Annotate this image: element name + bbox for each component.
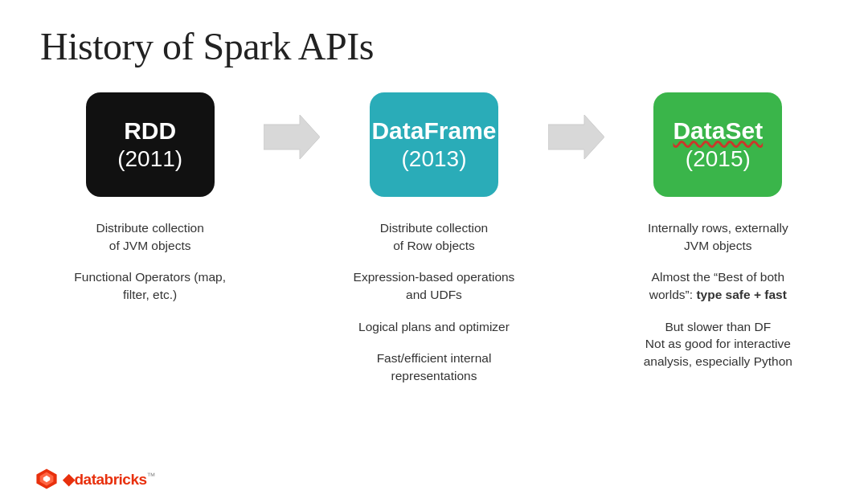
dataset-bullet-3: But slower than DFNot as good for intera… — [644, 318, 792, 370]
dataframe-label: DataFrame — [371, 117, 496, 145]
dataframe-bullet-1: Distribute collectionof Row objects — [354, 219, 515, 254]
dataframe-bullet-4: Fast/efficient internalrepresentations — [354, 350, 515, 384]
arrow-icon-2 — [548, 117, 604, 157]
dataset-bullet-2: Almost the “Best of bothworlds”: type sa… — [644, 268, 792, 303]
dataframe-year: (2013) — [402, 145, 467, 173]
arrow-2 — [544, 92, 608, 157]
dataframe-bullets: Distribute collectionof Row objects Expr… — [350, 219, 518, 385]
databricks-icon — [35, 468, 58, 490]
dataframe-column: DataFrame (2013) Distribute collectionof… — [324, 92, 543, 385]
dataset-bullet-1: Internally rows, externallyJVM objects — [644, 219, 792, 254]
rdd-bullet-1: Distribute collectionof JVM objects — [74, 219, 226, 254]
arrow-icon-1 — [264, 117, 320, 157]
rdd-column: RDD (2011) Distribute collectionof JVM o… — [40, 92, 260, 304]
content-area: RDD (2011) Distribute collectionof JVM o… — [40, 92, 828, 487]
dataframe-bullet-3: Logical plans and optimizer — [354, 318, 515, 336]
dataframe-bullet-2: Expression-based operationsand UDFs — [354, 268, 515, 303]
dataframe-box: DataFrame (2013) — [370, 92, 498, 197]
arrow-1 — [260, 92, 324, 157]
rdd-box: RDD (2011) — [86, 92, 215, 197]
rdd-bullets: Distribute collectionof JVM objects Func… — [71, 219, 229, 304]
rdd-label: RDD — [124, 117, 176, 145]
rdd-year: (2011) — [117, 145, 182, 173]
dataset-year: (2015) — [686, 145, 751, 173]
slide: History of Spark APIs RDD (2011) Distrib… — [0, 0, 868, 503]
page-title: History of Spark APIs — [40, 24, 828, 68]
dataset-box: DataSet (2015) — [653, 92, 782, 197]
dataset-column: DataSet (2015) Internally rows, external… — [608, 92, 828, 370]
dataset-bullets: Internally rows, externallyJVM objects A… — [641, 219, 796, 370]
rdd-bullet-2: Functional Operators (map,filter, etc.) — [74, 268, 226, 303]
svg-marker-1 — [548, 115, 604, 159]
dataset-label: DataSet — [673, 117, 763, 145]
svg-marker-0 — [264, 115, 320, 159]
databricks-text: ◆databricks™ — [63, 470, 155, 489]
databricks-logo: ◆databricks™ — [35, 468, 155, 490]
